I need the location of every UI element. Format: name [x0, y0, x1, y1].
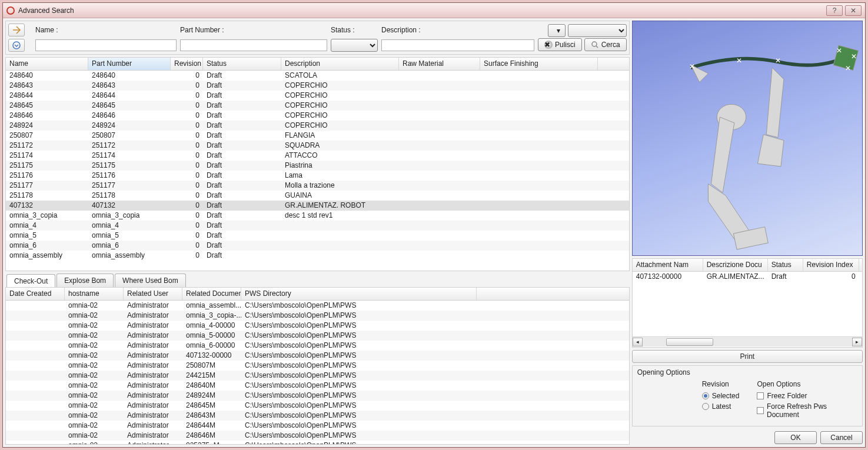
- table-row[interactable]: omnia-02Administrator248924MC:\Users\mbo…: [6, 391, 629, 401]
- close-button[interactable]: ✕: [845, 5, 862, 16]
- scroll-thumb[interactable]: [666, 338, 713, 346]
- checkbox-icon: [757, 392, 764, 399]
- col-description[interactable]: Description: [281, 58, 399, 70]
- search-bar: Name : Part Number : Status : Descriptio…: [5, 21, 630, 55]
- table-row[interactable]: 2489242489240DraftCOPERCHIO: [6, 121, 629, 131]
- tab-check-out[interactable]: Check-Out: [6, 274, 55, 288]
- results-grid: Name Part Number Revision Status Descrip…: [5, 57, 630, 271]
- status-label: Status :: [331, 26, 378, 34]
- table-row[interactable]: omnia_assemblyomnia_assembly0Draft: [6, 251, 629, 261]
- check-force-refresh[interactable]: Force Refresh Pws Document: [757, 402, 857, 419]
- checkbox-icon: [757, 407, 764, 414]
- radio-icon: [702, 403, 709, 410]
- window-title: Advanced Search: [18, 6, 824, 15]
- col-attachment-name[interactable]: Attachment Nam: [633, 259, 703, 271]
- check-freez-folder[interactable]: Freez Folder: [757, 392, 857, 400]
- table-row[interactable]: 2486442486440DraftCOPERCHIO: [6, 91, 629, 101]
- col-raw-material[interactable]: Raw Material: [399, 58, 480, 70]
- help-button[interactable]: ?: [826, 5, 843, 16]
- table-row[interactable]: 407132-00000GR.ALIMENTAZ...Draft0: [633, 272, 862, 282]
- clear-button[interactable]: ✖ Pulisci: [538, 38, 582, 51]
- save-search-button[interactable]: ▾: [548, 24, 566, 37]
- svg-text:✕: ✕: [850, 52, 856, 61]
- svg-point-0: [13, 42, 20, 49]
- saved-search-select[interactable]: [568, 24, 627, 37]
- table-row[interactable]: omnia-02Administrator025375_MC:\Users\mb…: [6, 441, 629, 444]
- table-row[interactable]: omnia-02Administratoromnia_6-00000C:\Use…: [6, 341, 629, 351]
- radio-latest[interactable]: Latest: [702, 402, 740, 411]
- table-row[interactable]: 2511752511750DraftPiastrina: [6, 161, 629, 171]
- col-surface-finishing[interactable]: Surface Finishing: [480, 58, 598, 70]
- col-name[interactable]: Name: [6, 58, 88, 70]
- titlebar[interactable]: Advanced Search ? ✕: [3, 3, 865, 18]
- status-select[interactable]: [331, 39, 378, 52]
- table-row[interactable]: omnia-02Administratoromnia_5-00000C:\Use…: [6, 331, 629, 341]
- cancel-button[interactable]: Cancel: [820, 431, 863, 444]
- table-row[interactable]: omnia-02Administrator248645MC:\Users\mbo…: [6, 401, 629, 411]
- ok-button[interactable]: OK: [774, 431, 817, 444]
- table-row[interactable]: omnia-02Administrator248646MC:\Users\mbo…: [6, 431, 629, 441]
- name-input[interactable]: [35, 39, 177, 51]
- pn-input[interactable]: [180, 39, 327, 51]
- table-row[interactable]: omnia-02Administrator248640MC:\Users\mbo…: [6, 381, 629, 391]
- col-part-number[interactable]: Part Number: [88, 58, 171, 70]
- col-attachment-desc[interactable]: Descrizione Docu: [703, 259, 768, 271]
- results-header: Name Part Number Revision Status Descrip…: [6, 58, 629, 71]
- open-options-group-label: Open Options: [757, 380, 857, 388]
- desc-input[interactable]: [381, 39, 534, 51]
- attachment-grid: Attachment Nam Descrizione Docu Status R…: [632, 258, 863, 348]
- table-row[interactable]: omnia_6omnia_60Draft: [6, 241, 629, 251]
- col-hostname[interactable]: hostname: [65, 288, 124, 300]
- revision-group-label: Revision: [702, 380, 740, 388]
- radio-icon: [702, 392, 709, 399]
- table-row[interactable]: omnia-02Administratoromnia_4-00000C:\Use…: [6, 321, 629, 331]
- expand-icon[interactable]: [8, 39, 25, 52]
- col-attachment-status[interactable]: Status: [768, 259, 803, 271]
- table-row[interactable]: 2486452486450DraftCOPERCHIO: [6, 101, 629, 111]
- radio-selected[interactable]: Selected: [702, 392, 740, 400]
- table-row[interactable]: omnia-02Administratoromnia_assembl...C:\…: [6, 301, 629, 311]
- table-row[interactable]: omnia-02Administrator248644MC:\Users\mbo…: [6, 421, 629, 431]
- table-row[interactable]: omnia-02Administrator250807MC:\Users\mbo…: [6, 361, 629, 371]
- print-button[interactable]: Print: [632, 350, 863, 363]
- col-pws-directory[interactable]: PWS Directory: [241, 288, 477, 300]
- svg-point-3: [592, 42, 597, 46]
- col-related-document[interactable]: Related Documen: [182, 288, 241, 300]
- table-row[interactable]: 2511742511740DraftATTACCO: [6, 151, 629, 161]
- col-related-user[interactable]: Related User: [124, 288, 182, 300]
- table-row[interactable]: omnia_5omnia_50Draft: [6, 231, 629, 241]
- table-row[interactable]: 2511762511760DraftLama: [6, 171, 629, 181]
- col-attachment-revision[interactable]: Revision Index: [803, 259, 859, 271]
- table-row[interactable]: 4071324071320DraftGR.ALIMENTAZ. ROBOT: [6, 201, 629, 211]
- desc-label: Description :: [381, 26, 534, 34]
- table-row[interactable]: omnia_4omnia_40Draft: [6, 221, 629, 231]
- tab-explose-bom[interactable]: Explose Bom: [56, 274, 114, 287]
- checkout-grid: Date Created hostname Related User Relat…: [5, 287, 630, 445]
- opening-options-panel: Opening Options Revision Selected Latest…: [632, 365, 863, 426]
- table-row[interactable]: omnia-02Administrator244215MC:\Users\mbo…: [6, 371, 629, 381]
- tab-where-used-bom[interactable]: Where Used Bom: [115, 274, 186, 287]
- opening-options-title: Opening Options: [637, 368, 857, 376]
- table-row[interactable]: omnia-02Administrator407132-00000C:\User…: [6, 351, 629, 361]
- table-row[interactable]: omnia_3_copiaomnia_3_copia0Draftdesc 1 s…: [6, 211, 629, 221]
- search-config-icon[interactable]: [8, 24, 25, 36]
- scroll-right-icon[interactable]: ▸: [852, 338, 862, 346]
- preview-3d[interactable]: ✕✕✕ ✕✕✕: [632, 21, 863, 256]
- search-icon: [591, 41, 599, 49]
- table-row[interactable]: omnia-02Administrator248643MC:\Users\mbo…: [6, 411, 629, 421]
- table-row[interactable]: omnia-02Administratoromnia_3_copia-...C:…: [6, 311, 629, 321]
- table-row[interactable]: 2511722511720DraftSQUADRA: [6, 141, 629, 151]
- table-row[interactable]: 2486462486460DraftCOPERCHIO: [6, 111, 629, 121]
- col-status[interactable]: Status: [203, 58, 281, 70]
- attachment-hscroll[interactable]: ◂ ▸: [633, 336, 862, 346]
- pn-label: Part Number :: [180, 26, 327, 34]
- col-revision[interactable]: Revision: [171, 58, 203, 70]
- table-row[interactable]: 2508072508070DraftFLANGIA: [6, 131, 629, 141]
- table-row[interactable]: 2486402486400DraftSCATOLA: [6, 71, 629, 81]
- col-date-created[interactable]: Date Created: [6, 288, 65, 300]
- table-row[interactable]: 2486432486430DraftCOPERCHIO: [6, 81, 629, 91]
- scroll-left-icon[interactable]: ◂: [633, 338, 643, 346]
- table-row[interactable]: 2511782511780DraftGUAINA: [6, 191, 629, 201]
- table-row[interactable]: 2511772511770DraftMolla a trazione: [6, 181, 629, 191]
- search-button[interactable]: Cerca: [584, 38, 627, 51]
